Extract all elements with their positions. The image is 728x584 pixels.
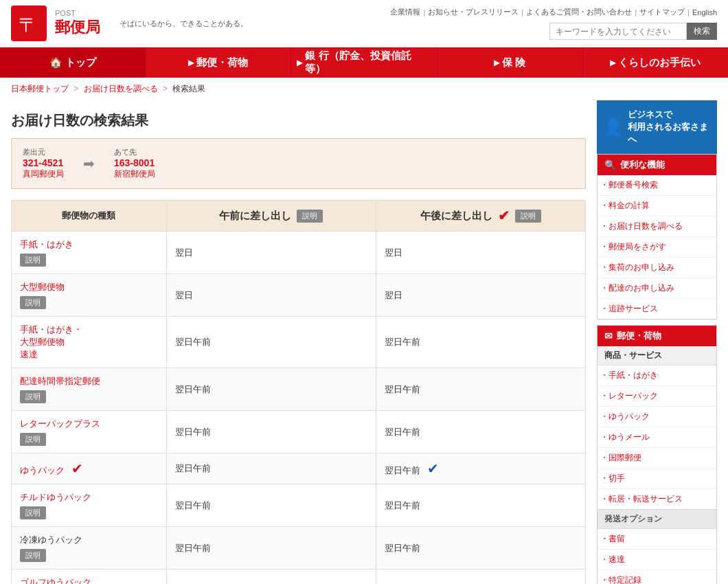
sidebar-link-rate-calc[interactable]: 料金の計算 <box>598 196 716 216</box>
pm-header-checkmark-icon: ✔ <box>498 207 510 224</box>
type-link-letter-large[interactable]: 手紙・はがき・ <box>20 324 82 335</box>
row7-explain-button[interactable]: 説明 <box>20 549 46 562</box>
yupack-blue-check-icon: ✔ <box>427 461 439 476</box>
sidebar-link-redirect[interactable]: 転居・転送サービス <box>598 489 716 509</box>
row4-explain-button[interactable]: 説明 <box>20 433 46 446</box>
logo-brand: 郵便局 <box>55 17 100 38</box>
nav-label-insurance: 保 険 <box>502 56 525 69</box>
list-item: 速達 <box>598 550 716 570</box>
list-item: お届け日数を調べる <box>598 216 716 237</box>
type-link-timed[interactable]: 配達時間帯指定郵便 <box>20 376 100 386</box>
sidebar-business[interactable]: 👤 ビジネスで利用されるお客さまへ <box>597 100 717 154</box>
from-postal-link[interactable]: 321-4521 <box>23 157 63 168</box>
list-item: レターパック <box>598 386 716 407</box>
arrow-icon-living: ▶ <box>610 58 615 67</box>
sidebar-service-links: 手紙・はがき レターパック ゆうパック ゆうメール 国際郵便 切手 転居・転送サ… <box>598 366 716 509</box>
sidebar-link-certified[interactable]: 特定記録 <box>598 570 716 584</box>
logo-area: 〒 POST 郵便局 そばにいるから、できることがある。 <box>11 5 248 41</box>
search-input[interactable] <box>549 23 687 40</box>
list-item: 転居・転送サービス <box>598 489 716 509</box>
search-bar: 検索 <box>549 23 717 40</box>
type-cell-5: ゆうパック ✔ <box>12 453 167 484</box>
pm-cell-6: 翌日午前 <box>376 484 585 527</box>
type-link-express[interactable]: 速達 <box>20 349 38 359</box>
sidebar-link-express2[interactable]: 速達 <box>598 550 716 570</box>
sidebar-link-find-office[interactable]: 郵便局をさがす <box>598 237 716 257</box>
to-postal: 163-8001 <box>114 157 155 168</box>
sidebar-useful-title: 🔍 便利な機能 <box>598 155 716 175</box>
link-sitemap[interactable]: サイトマップ <box>639 7 685 17</box>
sidebar-mail-block: ✉ 郵便・荷物 商品・サービス 手紙・はがき レターパック ゆうパック ゆうメー… <box>597 325 717 584</box>
sidebar-link-postal-search[interactable]: 郵便番号検索 <box>598 175 716 195</box>
sidebar-link-tracking[interactable]: 追跡サービス <box>598 299 716 319</box>
type-frozen-label: 冷凍ゆうパック <box>20 535 82 545</box>
nav-item-mail[interactable]: ▶ 郵便・荷物 <box>146 47 291 78</box>
type-link-yupack[interactable]: ゆうパック <box>20 465 65 475</box>
type-link-golf[interactable]: ゴルフゆうパック <box>20 577 91 584</box>
sidebar-service-subtitle: 商品・サービス <box>598 346 716 366</box>
svg-text:〒: 〒 <box>19 14 38 36</box>
row1-explain-button[interactable]: 説明 <box>20 296 46 309</box>
sidebar-link-yupack2[interactable]: ゆうパック <box>598 407 716 427</box>
sidebar-link-letter[interactable]: 手紙・はがき <box>598 366 716 385</box>
type-link-large2[interactable]: 大型郵便物 <box>20 337 65 347</box>
type-link-letter[interactable]: 手紙・はがき <box>20 239 73 249</box>
am-cell-1: 翌日 <box>166 274 376 317</box>
main-nav: 🏠 トップ ▶ 郵便・荷物 ▶ 銀 行（貯金、投資信託等） ▶ 保 険 ▶ くら… <box>0 47 728 78</box>
sidebar-link-days[interactable]: お届け日数を調べる <box>598 216 716 236</box>
sidebar-link-delivery[interactable]: 配達のお申し込み <box>598 278 716 298</box>
nav-item-insurance[interactable]: ▶ 保 険 <box>437 47 583 78</box>
type-link-letterpack[interactable]: レターパックプラス <box>20 418 100 429</box>
pm-explain-button[interactable]: 説明 <box>515 210 541 223</box>
sidebar-link-yumail[interactable]: ゆうメール <box>598 427 716 447</box>
type-link-chilled[interactable]: チルドゆうパック <box>20 492 91 502</box>
row3-explain-button[interactable]: 説明 <box>20 390 46 403</box>
link-company[interactable]: 企業情報 <box>390 7 420 17</box>
link-faq[interactable]: よくあるご質問・お問い合わせ <box>526 7 632 17</box>
breadcrumb-search[interactable]: お届け日数を調べる <box>84 84 158 93</box>
sidebar-link-letterpack[interactable]: レターパック <box>598 386 716 406</box>
from-office-link[interactable]: 真岡郵便局 <box>23 169 64 179</box>
am-explain-button[interactable]: 説明 <box>297 210 323 223</box>
to-office: 新宿郵便局 <box>114 168 155 180</box>
sidebar-link-registered[interactable]: 書留 <box>598 529 716 549</box>
type-link-6: チルドゆうパック <box>20 491 158 504</box>
sidebar-mail-title-label: 郵便・荷物 <box>617 330 661 342</box>
logo-tagline: そばにいるから、できることがある。 <box>120 19 248 29</box>
sidebar-link-international[interactable]: 国際郵便 <box>598 448 716 468</box>
arrow-icon-bank: ▶ <box>297 58 302 67</box>
sidebar-link-pickup[interactable]: 集荷のお申し込み <box>598 258 716 278</box>
breadcrumb-home[interactable]: 日本郵便トップ <box>11 84 69 93</box>
to-office-link[interactable]: 新宿郵便局 <box>114 169 155 179</box>
table-row: 大型郵便物 説明 翌日 翌日 <box>12 274 586 317</box>
link-news[interactable]: お知らせ・プレスリリース <box>428 7 519 17</box>
type-cell-0: 手紙・はがき 説明 <box>12 232 167 274</box>
nav-item-bank[interactable]: ▶ 銀 行（貯金、投資信託等） <box>291 47 437 78</box>
type-link-large[interactable]: 大型郵便物 <box>20 282 65 292</box>
pm-cell-4: 翌日午前 <box>376 411 585 453</box>
info-from: 差出元 321-4521 真岡郵便局 <box>23 147 64 180</box>
type-cell-3: 配達時間帯指定郵便 説明 <box>12 368 167 411</box>
list-item: 郵便局をさがす <box>598 237 716 258</box>
nav-item-living[interactable]: ▶ くらしのお手伝い <box>583 47 728 78</box>
breadcrumb-current: 検索結果 <box>172 84 205 93</box>
row6-explain-button[interactable]: 説明 <box>20 506 46 519</box>
am-cell-3: 翌日午前 <box>166 368 376 411</box>
row0-explain-button[interactable]: 説明 <box>20 254 46 267</box>
type-link-8: ゴルフゆうパック スキーゆうパック <box>20 576 158 584</box>
type-link-1: 大型郵便物 <box>20 281 158 293</box>
header-top-links: 企業情報 | お知らせ・プレスリリース | よくあるご質問・お問い合わせ | サ… <box>390 7 717 17</box>
breadcrumb: 日本郵便トップ > お届け日数を調べる > 検索結果 <box>0 78 728 100</box>
link-english[interactable]: English <box>692 8 717 16</box>
list-item: ゆうパック <box>598 407 716 427</box>
search-button[interactable]: 検索 <box>687 23 717 40</box>
list-item: 料金の計算 <box>598 196 716 216</box>
sidebar-link-stamp[interactable]: 切手 <box>598 469 716 488</box>
to-postal-link[interactable]: 163-8001 <box>114 157 155 168</box>
list-item: 書留 <box>598 529 716 550</box>
nav-item-home[interactable]: 🏠 トップ <box>0 47 146 78</box>
logo-subtitle: POST <box>55 9 100 17</box>
col-header-type: 郵便物の種類 <box>12 201 167 232</box>
content-area: お届け日数の検索結果 差出元 321-4521 真岡郵便局 ➡ あて先 163-… <box>11 100 586 584</box>
from-office: 真岡郵便局 <box>23 168 64 180</box>
